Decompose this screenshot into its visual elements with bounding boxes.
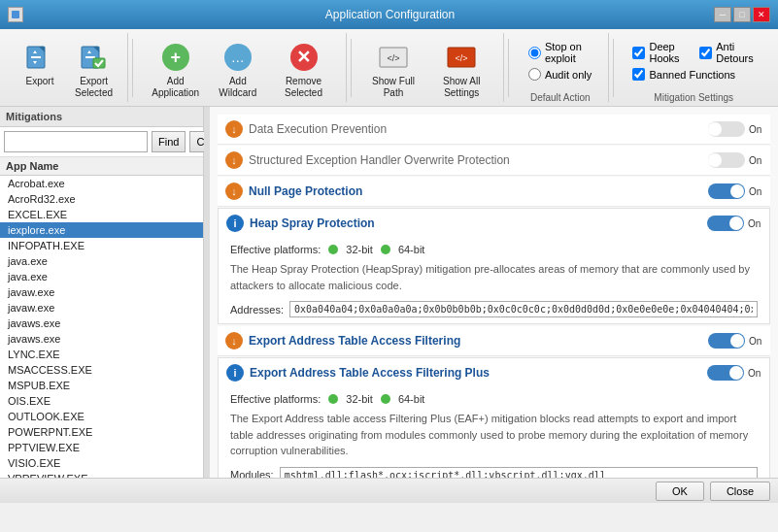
field-label: Addresses: xyxy=(230,304,284,316)
find-button[interactable]: Find xyxy=(152,131,186,152)
divider-4 xyxy=(613,39,614,97)
platforms-row: Effective platforms: 32-bit 64-bit xyxy=(230,244,758,255)
show-all-settings-button[interactable]: </> Show All Settings xyxy=(427,37,495,104)
toggle-knob xyxy=(730,184,744,198)
minimize-button[interactable]: ─ xyxy=(714,7,731,22)
export-selected-button[interactable]: Export Selected xyxy=(68,37,119,104)
sidebar-app-item[interactable]: MSPUB.EXE xyxy=(0,378,203,393)
sidebar-app-item[interactable]: javaws.exe xyxy=(0,331,203,347)
anti-detours-checkbox[interactable] xyxy=(699,47,712,59)
mitigation-row[interactable]: ↓ Export Address Table Access Filtering … xyxy=(218,326,770,356)
toggle-switch[interactable] xyxy=(708,152,745,168)
toggle-switch[interactable] xyxy=(707,216,744,231)
svg-rect-0 xyxy=(12,11,19,18)
toggle-switch[interactable] xyxy=(708,183,745,199)
platforms-row: Effective platforms: 32-bit 64-bit xyxy=(230,393,758,405)
toggle-label: On xyxy=(749,155,762,166)
sidebar-app-item[interactable]: LYNC.EXE xyxy=(0,347,203,362)
app-name-column-header: App Name xyxy=(0,157,203,176)
sidebar-app-item[interactable]: javaw.exe xyxy=(0,284,203,300)
maximize-button[interactable]: □ xyxy=(733,7,751,22)
mitigation-row[interactable]: ↓ Data Execution Prevention On xyxy=(218,115,770,145)
toggle-label: On xyxy=(748,368,761,379)
expanded-body: Effective platforms: 32-bit 64-bit The H… xyxy=(219,238,769,323)
sidebar-app-item[interactable]: java.exe xyxy=(0,253,203,269)
sidebar-app-item[interactable]: java.exe xyxy=(0,269,203,284)
toggle-knob xyxy=(708,122,722,136)
toggle-knob xyxy=(730,334,744,348)
toggle-knob xyxy=(729,216,743,230)
sidebar-app-item[interactable]: OUTLOOK.EXE xyxy=(0,409,203,424)
svg-text:</>: </> xyxy=(387,53,399,63)
toggle-switch[interactable] xyxy=(708,333,745,349)
show-full-path-button[interactable]: </> Show Full Path xyxy=(363,37,424,104)
mitigation-row[interactable]: ↓ Structured Exception Handler Overwrite… xyxy=(218,146,770,176)
sidebar-app-item[interactable]: OIS.EXE xyxy=(0,393,203,409)
mitigation-name: Heap Spray Protection xyxy=(250,216,703,230)
deep-hooks-label: Deep Hooks xyxy=(649,41,688,64)
status-bar: OK Close xyxy=(0,478,778,503)
sidebar-app-item[interactable]: Acrobat.exe xyxy=(0,176,203,191)
toggle-label: On xyxy=(748,218,761,229)
sidebar-app-item[interactable]: POWERPNT.EXE xyxy=(0,424,203,440)
add-application-icon: + xyxy=(160,42,191,73)
export-selected-icon xyxy=(79,42,110,73)
banned-functions-checkbox[interactable] xyxy=(632,68,645,81)
platform-dot xyxy=(328,394,338,404)
remove-selected-button[interactable]: ✕ Remove Selected xyxy=(269,37,338,104)
mitigation-icon: ↓ xyxy=(225,151,243,169)
sidebar-header: Mitigations xyxy=(0,107,203,127)
platform-label: 32-bit xyxy=(346,393,373,405)
divider-1 xyxy=(132,39,133,97)
toggle-switch[interactable] xyxy=(708,121,745,137)
show-full-path-label: Show Full Path xyxy=(370,76,418,99)
sidebar-app-item[interactable]: iexplore.exe xyxy=(0,222,203,238)
sidebar-app-item[interactable]: VPREVIEW.EXE xyxy=(0,471,203,478)
expanded-header[interactable]: i Export Address Table Access Filtering … xyxy=(219,358,769,387)
svg-text:</>: </> xyxy=(456,53,468,63)
add-wildcard-icon: … xyxy=(222,42,254,73)
expanded-mitigation-section: i Export Address Table Access Filtering … xyxy=(218,357,770,478)
default-action-section-label: Default Action xyxy=(530,88,591,103)
toggle-label: On xyxy=(749,124,762,135)
toggle-container: On xyxy=(704,333,762,349)
sidebar-app-item[interactable]: AcroRd32.exe xyxy=(0,191,203,207)
content-scroll[interactable]: ↓ Data Execution Prevention On ↓ Structu… xyxy=(210,107,778,478)
stop-on-exploit-radio[interactable] xyxy=(528,47,541,59)
sidebar-app-item[interactable]: javaws.exe xyxy=(0,316,203,331)
add-wildcard-button[interactable]: … Add Wildcard xyxy=(210,37,265,104)
field-value-input[interactable] xyxy=(280,467,758,479)
field-value-input[interactable] xyxy=(289,301,758,317)
mitigation-name: Null Page Protection xyxy=(249,184,704,198)
toolbar-add-remove-section: + Add Application … Add Wildcard ✕ Remov… xyxy=(137,33,347,102)
show-all-settings-icon: </> xyxy=(446,42,477,73)
mitigation-name: Data Execution Prevention xyxy=(249,122,704,136)
toggle-container: On xyxy=(704,152,762,168)
expanded-header[interactable]: i Heap Spray Protection On xyxy=(219,209,769,238)
sidebar-app-item[interactable]: MSACCESS.EXE xyxy=(0,362,203,378)
sidebar-app-item[interactable]: VISIO.EXE xyxy=(0,455,203,471)
add-application-label: Add Application xyxy=(152,76,200,99)
banned-functions-label: Banned Functions xyxy=(649,69,735,81)
search-input[interactable] xyxy=(4,131,148,152)
sidebar-app-item[interactable]: INFOPATH.EXE xyxy=(0,238,203,253)
sidebar-app-item[interactable]: EXCEL.EXE xyxy=(0,207,203,222)
content-area: ↓ Data Execution Prevention On ↓ Structu… xyxy=(210,107,778,478)
field-row: Addresses: xyxy=(230,301,758,317)
anti-detours-label: Anti Detours xyxy=(716,41,755,64)
add-application-button[interactable]: + Add Application xyxy=(145,37,207,104)
export-icon xyxy=(24,42,55,73)
sidebar-app-item[interactable]: PPTVIEW.EXE xyxy=(0,440,203,455)
audit-only-radio[interactable] xyxy=(528,68,541,81)
mitigation-row[interactable]: ↓ Null Page Protection On xyxy=(218,177,770,207)
ok-button[interactable]: OK xyxy=(656,482,704,501)
platform-dot xyxy=(328,245,338,254)
divider-3 xyxy=(508,39,509,97)
close-button[interactable]: Close xyxy=(710,482,770,501)
title-bar: Application Configuration ─ □ ✕ xyxy=(0,0,778,29)
deep-hooks-checkbox[interactable] xyxy=(632,47,645,59)
toggle-switch[interactable] xyxy=(707,365,744,381)
export-button[interactable]: Export xyxy=(16,37,64,92)
close-button[interactable]: ✕ xyxy=(753,7,770,22)
sidebar-app-item[interactable]: javaw.exe xyxy=(0,300,203,316)
